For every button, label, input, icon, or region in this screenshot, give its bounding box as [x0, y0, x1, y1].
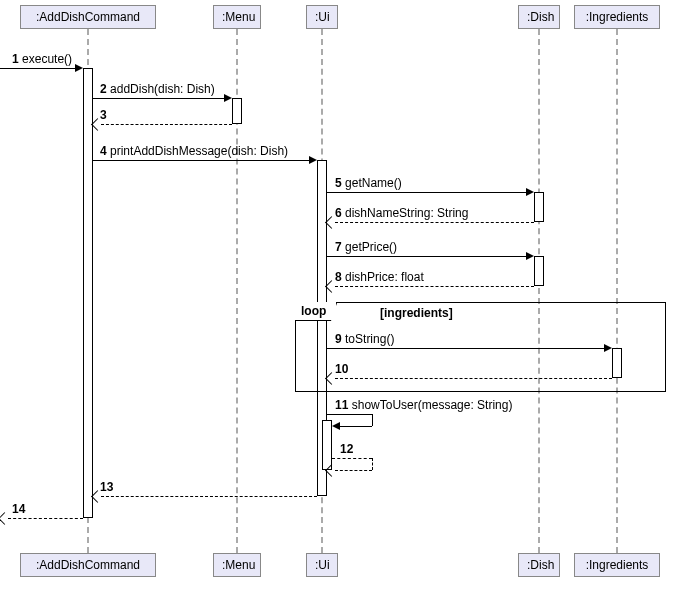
arrow-11a: [327, 414, 372, 415]
arrow-1: [0, 68, 75, 69]
lifeline-ingredients: [616, 29, 618, 553]
message-1: 1 execute(): [12, 52, 72, 66]
arrowhead-1: [75, 64, 83, 72]
message-14: 14: [12, 502, 25, 516]
message-10: 10: [335, 362, 348, 376]
arrow-13: [101, 496, 317, 497]
loop-guard: [ingredients]: [380, 306, 453, 320]
message-8: 8 dishPrice: float: [335, 270, 424, 284]
arrow-12c: [335, 470, 372, 471]
arrow-6: [335, 222, 534, 223]
arrow-2: [93, 98, 224, 99]
lifeline-dish: [538, 29, 540, 553]
participant-box-dish: :Dish: [518, 5, 560, 29]
message-6: 6 dishNameString: String: [335, 206, 468, 220]
message-5: 5 getName(): [335, 176, 402, 190]
participant-box-ingredients-bottom: :Ingredients: [574, 553, 660, 577]
participant-box-adddishcommand-bottom: :AddDishCommand: [20, 553, 156, 577]
message-13: 13: [100, 480, 113, 494]
arrowhead-5: [526, 188, 534, 196]
participant-box-ingredients: :Ingredients: [574, 5, 660, 29]
message-11: 11 showToUser(message: String): [335, 398, 512, 412]
arrowhead-11: [332, 422, 340, 430]
participant-box-ui-bottom: :Ui: [306, 553, 338, 577]
message-2: 2 addDish(dish: Dish): [100, 82, 215, 96]
arrowhead-2: [224, 94, 232, 102]
arrow-4: [93, 160, 309, 161]
participant-box-adddishcommand: :AddDishCommand: [20, 5, 156, 29]
activation-adddishcommand: [83, 68, 93, 518]
participant-box-dish-bottom: :Dish: [518, 553, 560, 577]
participant-box-menu-bottom: :Menu: [213, 553, 261, 577]
participant-box-ui: :Ui: [306, 5, 338, 29]
arrow-8: [335, 286, 534, 287]
arrowhead-9: [604, 344, 612, 352]
arrow-9: [327, 348, 604, 349]
message-7: 7 getPrice(): [335, 240, 397, 254]
message-12: 12: [340, 442, 353, 456]
arrow-5: [327, 192, 526, 193]
arrow-7: [327, 256, 526, 257]
arrow-11c: [340, 426, 372, 427]
activation-dish-2: [534, 256, 544, 286]
activation-menu: [232, 98, 242, 124]
arrow-11b: [372, 414, 373, 426]
message-3: 3: [100, 108, 107, 122]
arrowhead-7: [526, 252, 534, 260]
message-9: 9 toString(): [335, 332, 394, 346]
activation-dish-1: [534, 192, 544, 222]
arrow-14: [8, 518, 83, 519]
loop-label: loop: [295, 302, 337, 321]
participant-box-menu: :Menu: [213, 5, 261, 29]
arrow-12b: [372, 458, 373, 470]
message-4: 4 printAddDishMessage(dish: Dish): [100, 144, 288, 158]
arrow-12a: [332, 458, 372, 459]
sequence-diagram: :AddDishCommand :Menu :Ui :Dish :Ingredi…: [0, 0, 674, 592]
arrowhead-4: [309, 156, 317, 164]
arrow-10: [335, 378, 612, 379]
activation-ui-self: [322, 420, 332, 470]
arrow-3: [101, 124, 232, 125]
